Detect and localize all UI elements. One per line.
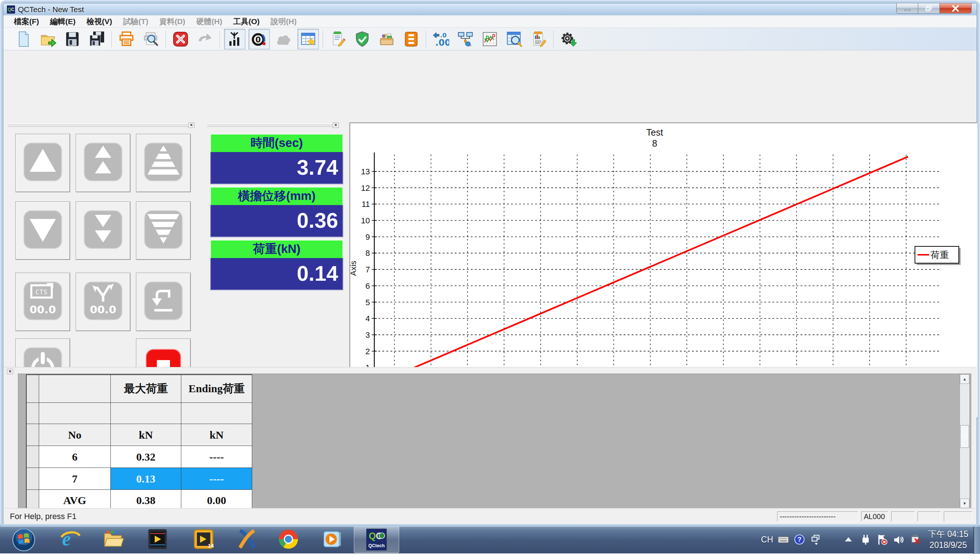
toolbar-button-new-test-table[interactable] [298, 29, 319, 49]
toolbar-button-signal[interactable] [224, 29, 245, 49]
clock[interactable]: 下午 04:152018/9/25 [928, 528, 968, 550]
client-area: ×CTS00.000.0 ×時間(sec)3.74橫擔位移(mm)0.36荷重(… [3, 50, 977, 367]
svg-text:00.0: 00.0 [90, 303, 116, 316]
jog-down-button[interactable] [15, 202, 70, 260]
power-plug-glyph [859, 534, 871, 545]
display-1: 橫擔位移(mm)0.36 [210, 187, 343, 237]
close-button[interactable] [940, 3, 972, 13]
toolbar-button-new-document[interactable] [13, 29, 34, 49]
tray-volume-icon[interactable] [893, 534, 905, 545]
results-panel-close-button[interactable]: × [7, 369, 13, 374]
display-1-value: 0.36 [210, 205, 343, 237]
scrollbar-thumb[interactable] [960, 425, 969, 448]
table-cell-r0c1[interactable]: 6 [39, 446, 111, 468]
taskbar-icon-windows-explorer[interactable] [102, 528, 124, 550]
menu-item-0[interactable]: 檔案(F) [8, 15, 45, 27]
menu-item-3[interactable]: 試驗(T) [118, 15, 154, 27]
table-header-cell [27, 403, 39, 424]
taskbar-icon-start-orb[interactable] [12, 528, 36, 552]
jog-down-fast-button[interactable] [76, 202, 130, 260]
toolbar-button-exit[interactable] [170, 29, 191, 49]
tray-help-icon[interactable]: ? [793, 534, 805, 545]
tray-restore-window-icon[interactable] [810, 534, 822, 545]
y-tick-label: 10 [361, 216, 370, 225]
toolbar-button-data-review[interactable] [504, 29, 525, 49]
menu-item-7[interactable]: 說明(H) [265, 15, 302, 27]
toolbar-button-settings-download[interactable] [558, 29, 579, 49]
menu-item-2[interactable]: 檢視(V) [81, 15, 118, 27]
series-荷重 [376, 157, 908, 384]
table-cell-r1c1[interactable]: 7 [39, 468, 111, 490]
toolbar-button-network[interactable] [455, 29, 476, 49]
restore-icon [925, 5, 932, 12]
taskbar-icon-chrome[interactable] [277, 528, 300, 550]
toolbar-button-save-all[interactable] [86, 29, 107, 49]
table-cell-r1c2[interactable]: 0.13 [111, 468, 181, 490]
scrollbar-up-button[interactable]: ▲ [960, 374, 969, 384]
status-pane-1: AL000 [861, 512, 888, 522]
toolbar-button-tare[interactable] [273, 29, 294, 49]
y-tick-label: 12 [361, 183, 370, 193]
scrollbar-down-button[interactable]: ▼ [960, 498, 969, 508]
cts-counter-button[interactable]: CTS00.0 [15, 273, 70, 331]
toolbar-button-open-folder[interactable] [37, 29, 58, 49]
toolbar-button-save[interactable] [62, 29, 83, 49]
menu-item-6[interactable]: 工具(O) [228, 15, 265, 27]
tray-action-center-icon[interactable] [876, 534, 888, 545]
toolbar-button-decimals[interactable]: .0.00 [430, 29, 452, 49]
taskbar-button-qctech[interactable]: QCQCtech [354, 526, 399, 553]
toolbar-separator [323, 31, 323, 48]
table-cell-r0c2[interactable]: 0.32 [111, 446, 181, 468]
toolbar-button-toolbox[interactable] [376, 29, 397, 49]
taskbar-icon-media-player[interactable] [321, 528, 343, 550]
display-2: 荷重(kN)0.14 [210, 240, 343, 290]
menu-item-5[interactable]: 硬體(H) [191, 15, 228, 27]
taskbar-icon-internet-explorer[interactable]: e [59, 528, 82, 550]
toolbar-button-print[interactable] [116, 29, 137, 49]
tray-safely-remove-icon[interactable] [910, 534, 922, 545]
toolbar-button-zero[interactable]: 0 [248, 29, 270, 49]
taskbar-icon-labview-14[interactable]: 14 [192, 528, 215, 550]
menu-item-4[interactable]: 資料(D) [154, 15, 191, 27]
toolbar-separator [553, 31, 554, 48]
display-0: 時間(sec)3.74 [210, 134, 343, 184]
minimize-button[interactable] [896, 3, 918, 13]
jog-down-step-button[interactable] [136, 202, 191, 260]
return-home-button[interactable] [136, 273, 191, 331]
table-cell-r1c3[interactable]: ---- [181, 468, 252, 490]
scrollbar-track[interactable]: ▲▼ [960, 374, 970, 508]
jog-panel-close-button[interactable]: × [188, 122, 195, 128]
language-indicator[interactable]: CH [761, 535, 773, 545]
internet-explorer-icon: e [59, 528, 82, 550]
status-pane-4 [944, 512, 972, 522]
display-0-label: 時間(sec) [210, 134, 343, 152]
toolbar-button-print-preview[interactable] [140, 29, 162, 49]
display-panel-close-button[interactable]: × [333, 122, 339, 128]
speed-setting-button[interactable]: 00.0 [76, 273, 130, 331]
svg-text:0: 0 [255, 35, 261, 44]
taskbar-icon-xming[interactable] [236, 528, 258, 550]
toolbar-button-method-list[interactable] [401, 29, 422, 49]
taskbar-icon-labview[interactable] [146, 528, 169, 550]
tray-hidden-icons-icon[interactable] [843, 534, 854, 545]
table-cell-r0c3[interactable]: ---- [181, 446, 252, 468]
tray-keyboard-icon[interactable] [777, 534, 789, 545]
toolbar-button-undo[interactable] [195, 29, 216, 49]
restore-button[interactable] [918, 3, 940, 13]
table-header-cell [39, 403, 111, 424]
display-panel-grip[interactable] [207, 123, 339, 127]
toolbar-button-report[interactable] [528, 29, 549, 49]
menu-item-1[interactable]: 編輯(E) [45, 15, 81, 27]
toolbar-button-verify-shield[interactable] [352, 29, 373, 49]
toolbar-button-curve-chart[interactable] [479, 29, 500, 49]
tray-power-plug-icon[interactable] [859, 534, 871, 545]
jog-up-fast-button[interactable] [76, 134, 130, 192]
toolbar-button-edit-specimen[interactable] [327, 29, 348, 49]
jog-panel-grip[interactable] [8, 123, 195, 127]
show-desktop-button[interactable] [973, 525, 980, 554]
decimals-icon: .0.00 [432, 31, 449, 48]
table-header-cell: kN [181, 424, 252, 446]
cts-display-icon: CTS00.0 [22, 280, 63, 321]
jog-up-step-button[interactable] [136, 134, 191, 192]
jog-up-button[interactable] [15, 134, 70, 192]
